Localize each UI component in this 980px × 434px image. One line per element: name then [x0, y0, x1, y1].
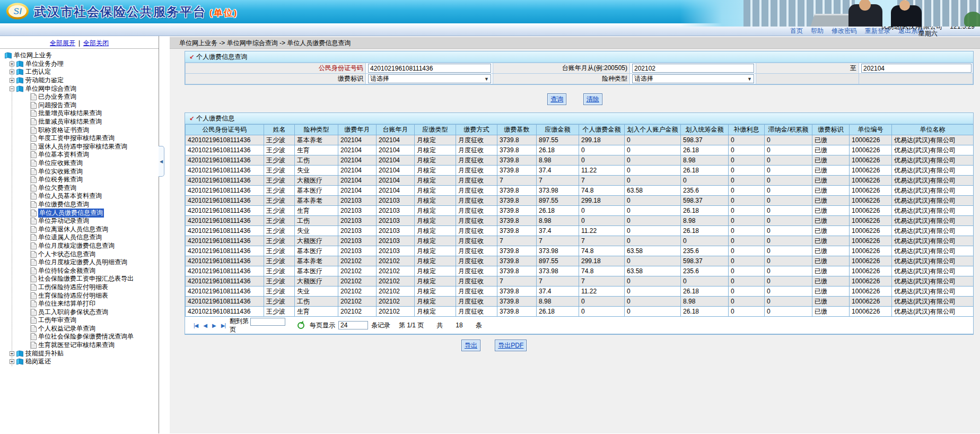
table-cell: 0: [729, 145, 765, 155]
export-button[interactable]: 导出: [461, 340, 480, 351]
tree-leaf[interactable]: 单位缴费信息查询: [38, 200, 89, 209]
export-pdf-button[interactable]: 导出PDF: [495, 340, 527, 351]
table-header-row: 公民身份证号码姓名险种类型缴费年月台账年月应缴类型缴费方式缴费基数应缴金额个人缴…: [186, 125, 974, 135]
tree-leaf[interactable]: 单位实收账查询: [38, 167, 83, 176]
tree-folder[interactable]: 单位业务办理: [25, 59, 64, 68]
nav-change-password-link[interactable]: 修改密码: [832, 27, 857, 36]
table-cell: 失业: [295, 226, 338, 236]
table-cell: 7: [537, 276, 579, 287]
tree-leaf[interactable]: 单位应收账查询: [38, 159, 83, 168]
tree-leaf[interactable]: 批量减员审核结果查询: [38, 117, 102, 126]
sidebar-collapse-handle[interactable]: ◀: [159, 146, 164, 177]
tree-leaf[interactable]: 员工入职前参保状态查询: [38, 308, 108, 317]
clear-button[interactable]: 清除: [583, 93, 602, 105]
tree-leaf[interactable]: 单位欠费查询: [38, 184, 76, 193]
first-page-icon[interactable]: |◀: [192, 323, 199, 328]
expand-all-link[interactable]: 全部展开: [50, 39, 75, 47]
tree-leaf[interactable]: 单位基本资料查询: [38, 150, 89, 159]
tree-leaf[interactable]: 生育保险待遇应付明细表: [38, 291, 108, 300]
goto-page-input[interactable]: [250, 318, 285, 326]
expand-node-icon[interactable]: +: [10, 351, 14, 356]
tree-leaf[interactable]: 单位往来结算单打印: [38, 299, 95, 308]
expand-node-icon[interactable]: +: [10, 78, 14, 83]
tree-leaf[interactable]: 问题报告查询: [38, 101, 76, 110]
insurance-type-select[interactable]: 请选择▼: [632, 74, 754, 83]
ledger-month-from-input[interactable]: [632, 64, 754, 73]
document-icon: [31, 160, 37, 167]
table-cell: 优易达(武汉)有限公司: [892, 176, 974, 186]
table-cell: 0: [729, 307, 765, 317]
last-page-icon[interactable]: ▶|: [220, 323, 226, 328]
table-cell: 生育: [295, 206, 338, 216]
tree-leaf[interactable]: 工伤年审查询: [38, 316, 76, 325]
expand-node-icon[interactable]: +: [10, 62, 14, 66]
tree-folder[interactable]: 劳动能力鉴定: [25, 76, 64, 85]
tree-leaf[interactable]: 退休人员待遇申报审核结果查询: [38, 142, 127, 151]
nav-home-link[interactable]: 首页: [790, 27, 803, 36]
tree-leaf[interactable]: 单位遗属人员信息查询: [38, 233, 102, 242]
tree-folder[interactable]: 稳岗返还: [25, 357, 51, 366]
tree-folder[interactable]: 单位网申综合查询: [25, 84, 76, 93]
column-header: 缴费方式: [456, 125, 497, 135]
tree-root[interactable]: 单位网上业务: [14, 51, 52, 60]
table-cell: 0: [765, 196, 812, 206]
tree-leaf[interactable]: 单位月度核定缴费人员明细查询: [38, 258, 127, 267]
document-icon: [31, 127, 37, 134]
table-cell: 基本医疗: [295, 266, 338, 276]
tree-leaf-selected[interactable]: 单位人员缴费信息查询: [38, 209, 104, 218]
collapse-node-icon[interactable]: −: [10, 86, 14, 91]
document-icon: [31, 333, 37, 340]
pay-flag-select[interactable]: 请选择▼: [368, 74, 491, 83]
table-cell: 10006226: [850, 196, 892, 206]
tree-leaf[interactable]: 年度工资申报审核结果查询: [38, 134, 115, 143]
tree-leaf[interactable]: 已办业务查询: [38, 92, 76, 101]
tree-leaf[interactable]: 单位月度核定缴费信息查询: [38, 241, 115, 250]
table-cell: 202102: [338, 307, 377, 317]
tree-leaf[interactable]: 单位离退休人员信息查询: [38, 225, 108, 234]
tree-leaf[interactable]: 单位社会保险参保缴费情况查询单: [38, 332, 134, 341]
table-cell: 10006226: [850, 236, 892, 246]
tree-leaf[interactable]: 单位待转金余额查询: [38, 266, 95, 275]
table-row: 420102196108111436王少波大额医疗202103202103月核定…: [186, 236, 974, 246]
table-cell: 已缴: [812, 307, 850, 317]
tree-folder[interactable]: 技能提升补贴: [25, 349, 64, 358]
table-cell: 0: [729, 297, 765, 307]
go-refresh-icon[interactable]: [298, 322, 304, 329]
table-cell: 0: [765, 216, 812, 226]
tree-leaf[interactable]: 职称资格证书查询: [38, 126, 89, 135]
tree-leaf[interactable]: 社会保险缴费工资申报汇总表导出: [38, 274, 134, 283]
tree-leaf[interactable]: 个人卡状态信息查询: [38, 250, 95, 259]
expand-node-icon[interactable]: +: [10, 70, 14, 74]
next-page-icon[interactable]: ▶: [211, 323, 217, 328]
tree-leaf[interactable]: 工伤保险待遇应付明细表: [38, 283, 108, 292]
tree-leaf[interactable]: 单位人员基本资料查询: [38, 192, 102, 201]
table-cell: 0: [765, 276, 812, 287]
tree-leaf[interactable]: 个人权益记录单查询: [38, 324, 95, 333]
table-cell: 王少波: [264, 246, 295, 256]
table-cell: 0: [729, 135, 765, 145]
folder-icon: [16, 85, 24, 92]
table-cell: 299.18: [579, 196, 625, 206]
insurance-type-selected-value: 请选择: [634, 74, 653, 83]
query-button[interactable]: 查询: [547, 93, 566, 105]
table-cell: 已缴: [812, 297, 850, 307]
nav-help-link[interactable]: 帮助: [811, 27, 824, 36]
tree-leaf[interactable]: 批量增员审核结果查询: [38, 109, 102, 118]
tree-leaf[interactable]: 单位税务账查询: [38, 175, 83, 184]
document-icon: [31, 176, 37, 183]
ledger-month-to-input[interactable]: [861, 64, 972, 73]
table-cell: 3739.8: [497, 196, 537, 206]
tree-folder[interactable]: 工伤认定: [25, 67, 51, 76]
table-cell: 26.18: [681, 307, 729, 317]
table-cell: 37.4: [537, 166, 579, 176]
table-cell: 202104: [338, 155, 377, 166]
prev-page-icon[interactable]: ◀: [202, 323, 208, 328]
id-number-input[interactable]: [368, 64, 491, 73]
expand-node-icon[interactable]: +: [10, 359, 14, 364]
table-cell: 0: [625, 287, 681, 297]
collapse-all-link[interactable]: 全部关闭: [83, 39, 109, 47]
tree-leaf[interactable]: 单位异动记录查询: [38, 216, 89, 225]
per-page-input[interactable]: [338, 321, 368, 329]
page-info: 第 1/1 页: [399, 321, 424, 330]
tree-leaf[interactable]: 生育就医登记审核结果查询: [38, 341, 115, 350]
